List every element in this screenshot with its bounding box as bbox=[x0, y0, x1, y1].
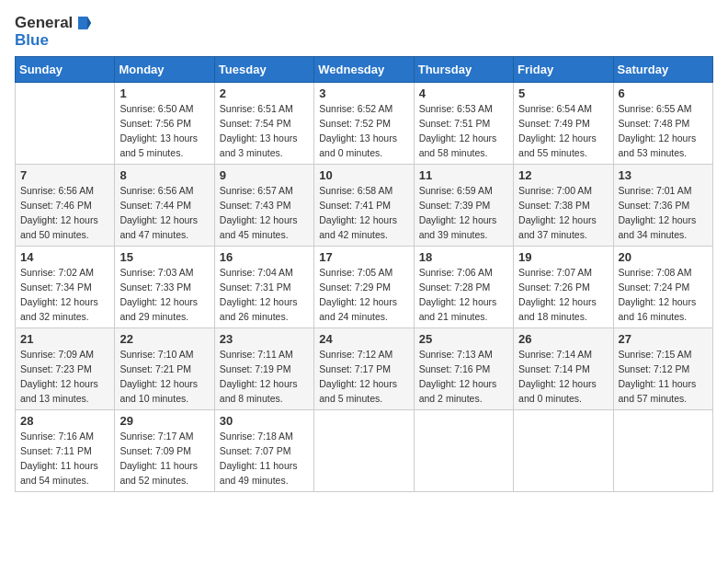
weekday-header-cell: Friday bbox=[514, 57, 613, 83]
day-info: Sunrise: 6:55 AMSunset: 7:48 PMDaylight:… bbox=[619, 102, 708, 160]
calendar-cell: 13Sunrise: 7:01 AMSunset: 7:36 PMDayligh… bbox=[613, 165, 712, 247]
calendar-cell: 27Sunrise: 7:15 AMSunset: 7:12 PMDayligh… bbox=[613, 328, 712, 410]
calendar-cell: 25Sunrise: 7:13 AMSunset: 7:16 PMDayligh… bbox=[414, 328, 513, 410]
day-number: 11 bbox=[419, 168, 508, 182]
day-number: 25 bbox=[419, 332, 508, 346]
calendar-cell: 9Sunrise: 6:57 AMSunset: 7:43 PMDaylight… bbox=[214, 165, 313, 247]
day-number: 22 bbox=[119, 332, 209, 346]
page-header: General Blue bbox=[15, 15, 713, 49]
day-number: 3 bbox=[319, 86, 408, 100]
day-info: Sunrise: 7:16 AMSunset: 7:11 PMDaylight:… bbox=[20, 430, 109, 488]
day-number: 15 bbox=[119, 250, 209, 264]
day-info: Sunrise: 7:07 AMSunset: 7:26 PMDaylight:… bbox=[518, 266, 608, 324]
logo-flag-icon bbox=[74, 15, 91, 31]
day-number: 2 bbox=[220, 86, 309, 100]
calendar-cell: 16Sunrise: 7:04 AMSunset: 7:31 PMDayligh… bbox=[214, 247, 313, 328]
svg-marker-1 bbox=[87, 17, 91, 29]
day-info: Sunrise: 6:56 AMSunset: 7:44 PMDaylight:… bbox=[119, 184, 209, 242]
day-number: 16 bbox=[220, 250, 309, 264]
weekday-header-cell: Thursday bbox=[414, 57, 513, 83]
day-info: Sunrise: 7:15 AMSunset: 7:12 PMDaylight:… bbox=[619, 348, 708, 406]
day-number: 17 bbox=[319, 250, 408, 264]
calendar-week-row: 21Sunrise: 7:09 AMSunset: 7:23 PMDayligh… bbox=[16, 328, 713, 410]
calendar-cell: 17Sunrise: 7:05 AMSunset: 7:29 PMDayligh… bbox=[314, 247, 414, 328]
calendar-cell: 4Sunrise: 6:53 AMSunset: 7:51 PMDaylight… bbox=[414, 83, 513, 165]
calendar-cell: 10Sunrise: 6:58 AMSunset: 7:41 PMDayligh… bbox=[314, 165, 414, 247]
calendar-cell: 8Sunrise: 6:56 AMSunset: 7:44 PMDaylight… bbox=[115, 165, 214, 247]
day-number: 14 bbox=[20, 250, 109, 264]
day-info: Sunrise: 7:09 AMSunset: 7:23 PMDaylight:… bbox=[20, 348, 109, 406]
day-number: 23 bbox=[220, 332, 309, 346]
calendar-cell: 20Sunrise: 7:08 AMSunset: 7:24 PMDayligh… bbox=[613, 247, 712, 328]
calendar-week-row: 28Sunrise: 7:16 AMSunset: 7:11 PMDayligh… bbox=[16, 410, 713, 492]
day-number: 27 bbox=[619, 332, 708, 346]
day-info: Sunrise: 6:51 AMSunset: 7:54 PMDaylight:… bbox=[220, 102, 309, 160]
calendar-cell bbox=[16, 83, 115, 165]
day-info: Sunrise: 7:11 AMSunset: 7:19 PMDaylight:… bbox=[220, 348, 309, 406]
day-number: 19 bbox=[518, 250, 608, 264]
logo: General Blue bbox=[15, 15, 91, 49]
day-number: 28 bbox=[20, 414, 109, 428]
day-info: Sunrise: 6:56 AMSunset: 7:46 PMDaylight:… bbox=[20, 184, 109, 242]
day-number: 12 bbox=[518, 168, 608, 182]
day-info: Sunrise: 7:08 AMSunset: 7:24 PMDaylight:… bbox=[619, 266, 708, 324]
calendar-cell: 26Sunrise: 7:14 AMSunset: 7:14 PMDayligh… bbox=[514, 328, 613, 410]
calendar-body: 1Sunrise: 6:50 AMSunset: 7:56 PMDaylight… bbox=[16, 83, 713, 492]
weekday-header-cell: Saturday bbox=[613, 57, 712, 83]
day-number: 6 bbox=[619, 86, 708, 100]
calendar-cell: 3Sunrise: 6:52 AMSunset: 7:52 PMDaylight… bbox=[314, 83, 414, 165]
calendar-cell: 30Sunrise: 7:18 AMSunset: 7:07 PMDayligh… bbox=[214, 410, 313, 492]
calendar-cell: 23Sunrise: 7:11 AMSunset: 7:19 PMDayligh… bbox=[214, 328, 313, 410]
calendar-cell: 6Sunrise: 6:55 AMSunset: 7:48 PMDaylight… bbox=[613, 83, 712, 165]
calendar-cell: 15Sunrise: 7:03 AMSunset: 7:33 PMDayligh… bbox=[115, 247, 214, 328]
calendar-cell: 11Sunrise: 6:59 AMSunset: 7:39 PMDayligh… bbox=[414, 165, 513, 247]
day-number: 13 bbox=[619, 168, 708, 182]
calendar-cell bbox=[314, 410, 414, 492]
day-info: Sunrise: 6:58 AMSunset: 7:41 PMDaylight:… bbox=[319, 184, 408, 242]
calendar-cell: 19Sunrise: 7:07 AMSunset: 7:26 PMDayligh… bbox=[514, 247, 613, 328]
logo-blue: Blue bbox=[15, 31, 49, 49]
day-info: Sunrise: 7:06 AMSunset: 7:28 PMDaylight:… bbox=[419, 266, 508, 324]
day-info: Sunrise: 7:03 AMSunset: 7:33 PMDaylight:… bbox=[119, 266, 209, 324]
day-info: Sunrise: 6:53 AMSunset: 7:51 PMDaylight:… bbox=[419, 102, 508, 160]
day-number: 29 bbox=[119, 414, 209, 428]
weekday-header-cell: Sunday bbox=[16, 57, 115, 83]
calendar-table: SundayMondayTuesdayWednesdayThursdayFrid… bbox=[15, 56, 713, 492]
day-number: 8 bbox=[119, 168, 209, 182]
day-number: 18 bbox=[419, 250, 508, 264]
day-number: 7 bbox=[20, 168, 109, 182]
day-number: 10 bbox=[319, 168, 408, 182]
calendar-cell: 21Sunrise: 7:09 AMSunset: 7:23 PMDayligh… bbox=[16, 328, 115, 410]
calendar-cell: 1Sunrise: 6:50 AMSunset: 7:56 PMDaylight… bbox=[115, 83, 214, 165]
calendar-cell bbox=[414, 410, 513, 492]
day-info: Sunrise: 6:57 AMSunset: 7:43 PMDaylight:… bbox=[220, 184, 309, 242]
calendar-cell: 7Sunrise: 6:56 AMSunset: 7:46 PMDaylight… bbox=[16, 165, 115, 247]
logo-wordmark: General Blue bbox=[15, 15, 91, 49]
day-number: 21 bbox=[20, 332, 109, 346]
day-info: Sunrise: 6:50 AMSunset: 7:56 PMDaylight:… bbox=[119, 102, 209, 160]
day-info: Sunrise: 7:13 AMSunset: 7:16 PMDaylight:… bbox=[419, 348, 508, 406]
calendar-cell: 22Sunrise: 7:10 AMSunset: 7:21 PMDayligh… bbox=[115, 328, 214, 410]
day-info: Sunrise: 7:02 AMSunset: 7:34 PMDaylight:… bbox=[20, 266, 109, 324]
day-info: Sunrise: 7:12 AMSunset: 7:17 PMDaylight:… bbox=[319, 348, 408, 406]
day-info: Sunrise: 6:54 AMSunset: 7:49 PMDaylight:… bbox=[518, 102, 608, 160]
logo-general: General bbox=[15, 15, 73, 32]
calendar-cell: 5Sunrise: 6:54 AMSunset: 7:49 PMDaylight… bbox=[514, 83, 613, 165]
weekday-header-cell: Monday bbox=[115, 57, 214, 83]
day-info: Sunrise: 7:17 AMSunset: 7:09 PMDaylight:… bbox=[119, 430, 209, 488]
day-info: Sunrise: 7:10 AMSunset: 7:21 PMDaylight:… bbox=[119, 348, 209, 406]
calendar-week-row: 7Sunrise: 6:56 AMSunset: 7:46 PMDaylight… bbox=[16, 165, 713, 247]
day-number: 30 bbox=[220, 414, 309, 428]
day-number: 9 bbox=[220, 168, 309, 182]
day-info: Sunrise: 7:05 AMSunset: 7:29 PMDaylight:… bbox=[319, 266, 408, 324]
day-number: 24 bbox=[319, 332, 408, 346]
day-number: 4 bbox=[419, 86, 508, 100]
day-info: Sunrise: 7:00 AMSunset: 7:38 PMDaylight:… bbox=[518, 184, 608, 242]
day-number: 26 bbox=[518, 332, 608, 346]
day-info: Sunrise: 7:04 AMSunset: 7:31 PMDaylight:… bbox=[220, 266, 309, 324]
calendar-cell: 12Sunrise: 7:00 AMSunset: 7:38 PMDayligh… bbox=[514, 165, 613, 247]
calendar-cell: 24Sunrise: 7:12 AMSunset: 7:17 PMDayligh… bbox=[314, 328, 414, 410]
weekday-header-row: SundayMondayTuesdayWednesdayThursdayFrid… bbox=[16, 57, 713, 83]
weekday-header-cell: Wednesday bbox=[314, 57, 414, 83]
day-info: Sunrise: 6:52 AMSunset: 7:52 PMDaylight:… bbox=[319, 102, 408, 160]
